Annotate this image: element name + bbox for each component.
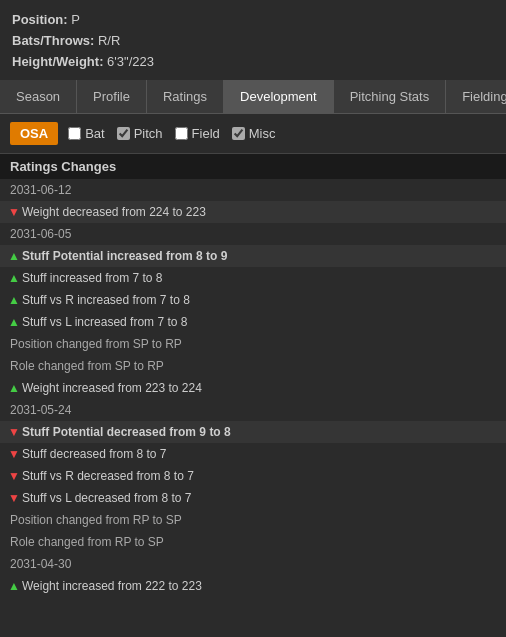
ratings-changes-header: Ratings Changes bbox=[0, 154, 506, 179]
checkbox-text-pitch: Pitch bbox=[134, 126, 163, 141]
checkbox-pitch[interactable] bbox=[117, 127, 130, 140]
ratings-section: Ratings Changes 2031-06-12▼Weight decrea… bbox=[0, 154, 506, 597]
tab-pitching-stats[interactable]: Pitching Stats bbox=[334, 80, 447, 113]
checkbox-bat[interactable] bbox=[68, 127, 81, 140]
date-row: 2031-06-05 bbox=[0, 223, 506, 245]
change-text: Stuff Potential decreased from 9 to 8 bbox=[22, 425, 231, 439]
neutral-row: Role changed from RP to SP bbox=[0, 531, 506, 553]
height-weight-value: 6'3"/223 bbox=[107, 54, 154, 69]
position-line: Position: P bbox=[12, 10, 494, 31]
bats-throws-line: Bats/Throws: R/R bbox=[12, 31, 494, 52]
bats-throws-label: Bats/Throws: bbox=[12, 33, 94, 48]
change-text: Weight decreased from 224 to 223 bbox=[22, 205, 206, 219]
checkbox-label-field[interactable]: Field bbox=[175, 126, 220, 141]
change-row: ▼Stuff decreased from 8 to 7 bbox=[0, 443, 506, 465]
checkbox-misc[interactable] bbox=[232, 127, 245, 140]
neutral-row: Position changed from SP to RP bbox=[0, 333, 506, 355]
arrow-up-icon: ▲ bbox=[8, 315, 20, 329]
change-row: ▲Stuff vs L increased from 7 to 8 bbox=[0, 311, 506, 333]
checkbox-label-bat[interactable]: Bat bbox=[68, 126, 105, 141]
arrow-down-icon: ▼ bbox=[8, 425, 20, 439]
player-info: Position: P Bats/Throws: R/R Height/Weig… bbox=[0, 0, 506, 80]
tab-development[interactable]: Development bbox=[224, 80, 334, 113]
date-row: 2031-04-30 bbox=[0, 553, 506, 575]
tabs-bar: SeasonProfileRatingsDevelopmentPitching … bbox=[0, 80, 506, 114]
change-row: ▲Stuff increased from 7 to 8 bbox=[0, 267, 506, 289]
checkbox-text-field: Field bbox=[192, 126, 220, 141]
arrow-up-icon: ▲ bbox=[8, 381, 20, 395]
change-row: ▲Weight increased from 222 to 223 bbox=[0, 575, 506, 597]
date-row: 2031-05-24 bbox=[0, 399, 506, 421]
tab-ratings[interactable]: Ratings bbox=[147, 80, 224, 113]
change-row: ▲Weight increased from 223 to 224 bbox=[0, 377, 506, 399]
change-text: Stuff vs L decreased from 8 to 7 bbox=[22, 491, 191, 505]
checkbox-text-misc: Misc bbox=[249, 126, 276, 141]
change-row: ▼Stuff vs R decreased from 8 to 7 bbox=[0, 465, 506, 487]
neutral-row: Role changed from SP to RP bbox=[0, 355, 506, 377]
filter-bar: OSA BatPitchFieldMisc bbox=[0, 114, 506, 154]
change-text: Stuff vs R increased from 7 to 8 bbox=[22, 293, 190, 307]
position-label: Position: bbox=[12, 12, 68, 27]
change-row: ▼Stuff Potential decreased from 9 to 8 bbox=[0, 421, 506, 443]
change-row: ▲Stuff vs R increased from 7 to 8 bbox=[0, 289, 506, 311]
arrow-down-icon: ▼ bbox=[8, 205, 20, 219]
arrow-up-icon: ▲ bbox=[8, 293, 20, 307]
checkbox-field[interactable] bbox=[175, 127, 188, 140]
arrow-down-icon: ▼ bbox=[8, 469, 20, 483]
date-row: 2031-06-12 bbox=[0, 179, 506, 201]
arrow-up-icon: ▲ bbox=[8, 271, 20, 285]
checkbox-group: BatPitchFieldMisc bbox=[68, 126, 275, 141]
change-text: Stuff vs L increased from 7 to 8 bbox=[22, 315, 187, 329]
bats-throws-value: R/R bbox=[98, 33, 120, 48]
position-value: P bbox=[71, 12, 80, 27]
arrow-down-icon: ▼ bbox=[8, 447, 20, 461]
tab-season[interactable]: Season bbox=[0, 80, 77, 113]
tab-profile[interactable]: Profile bbox=[77, 80, 147, 113]
height-weight-label: Height/Weight: bbox=[12, 54, 103, 69]
neutral-row: Position changed from RP to SP bbox=[0, 509, 506, 531]
change-text: Weight increased from 222 to 223 bbox=[22, 579, 202, 593]
change-text: Stuff Potential increased from 8 to 9 bbox=[22, 249, 227, 263]
change-row: ▲Stuff Potential increased from 8 to 9 bbox=[0, 245, 506, 267]
osa-button[interactable]: OSA bbox=[10, 122, 58, 145]
tab-fielding-s[interactable]: Fielding S bbox=[446, 80, 506, 113]
arrow-down-icon: ▼ bbox=[8, 491, 20, 505]
checkbox-text-bat: Bat bbox=[85, 126, 105, 141]
checkbox-label-pitch[interactable]: Pitch bbox=[117, 126, 163, 141]
change-text: Stuff vs R decreased from 8 to 7 bbox=[22, 469, 194, 483]
change-text: Stuff decreased from 8 to 7 bbox=[22, 447, 167, 461]
arrow-up-icon: ▲ bbox=[8, 579, 20, 593]
change-row: ▼Stuff vs L decreased from 8 to 7 bbox=[0, 487, 506, 509]
checkbox-label-misc[interactable]: Misc bbox=[232, 126, 276, 141]
change-text: Weight increased from 223 to 224 bbox=[22, 381, 202, 395]
height-weight-line: Height/Weight: 6'3"/223 bbox=[12, 52, 494, 73]
arrow-up-icon: ▲ bbox=[8, 249, 20, 263]
change-row: ▼Weight decreased from 224 to 223 bbox=[0, 201, 506, 223]
change-text: Stuff increased from 7 to 8 bbox=[22, 271, 163, 285]
